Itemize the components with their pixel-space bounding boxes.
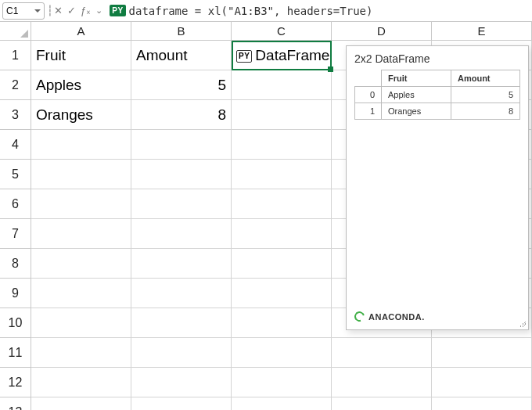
- row-header-1[interactable]: 1: [0, 41, 31, 70]
- row-header-9[interactable]: 9: [0, 279, 31, 308]
- cell-C8[interactable]: [232, 249, 332, 279]
- cell-C9[interactable]: [232, 279, 332, 308]
- cell-C1-text: DataFrame: [255, 47, 329, 63]
- cell-D11[interactable]: [332, 338, 432, 368]
- cell-A12[interactable]: [31, 368, 131, 397]
- df-cell: Oranges: [382, 103, 451, 120]
- cell-D13[interactable]: [332, 397, 432, 410]
- row-header-8[interactable]: 8: [0, 249, 31, 279]
- row-header-12[interactable]: 12: [0, 368, 31, 397]
- row-header-10[interactable]: 10: [0, 308, 31, 338]
- resize-grip-icon[interactable]: [518, 319, 526, 327]
- cell-B8[interactable]: [131, 249, 232, 279]
- col-header-E[interactable]: E: [432, 22, 532, 41]
- formula-bar: C1 ┆ ✕ ✓ ƒₓ ⌄ PY dataframe = xl("A1:B3",…: [0, 0, 532, 22]
- cell-C5[interactable]: [232, 160, 332, 189]
- anaconda-brand: ANACONDA.: [354, 311, 425, 322]
- anaconda-logo-icon: [353, 310, 367, 324]
- cancel-icon[interactable]: ✕: [52, 5, 65, 16]
- df-cell: 8: [451, 103, 519, 120]
- cell-A1[interactable]: Fruit: [31, 41, 131, 70]
- cell-B12[interactable]: [131, 368, 232, 397]
- cell-C13[interactable]: [232, 397, 332, 410]
- row-header-2[interactable]: 2: [0, 70, 31, 100]
- cell-C11[interactable]: [232, 338, 332, 368]
- cell-A5[interactable]: [31, 160, 131, 189]
- popover-title: 2x2 DataFrame: [347, 46, 528, 70]
- df-index-header: [355, 70, 382, 87]
- table-row: 0 Apples 5: [355, 87, 520, 103]
- cell-D12[interactable]: [332, 368, 432, 397]
- row-header-5[interactable]: 5: [0, 160, 31, 189]
- cell-A3[interactable]: Oranges: [31, 100, 131, 130]
- cell-C10[interactable]: [232, 308, 332, 338]
- cell-C6[interactable]: [232, 189, 332, 219]
- cell-B1[interactable]: Amount: [131, 41, 232, 70]
- cell-A7[interactable]: [31, 219, 131, 249]
- df-col-fruit: Fruit: [382, 70, 451, 87]
- cell-C3[interactable]: [232, 100, 332, 130]
- column-headers: A B C D E: [31, 22, 532, 41]
- df-idx-0: 0: [355, 87, 382, 103]
- cell-C4[interactable]: [232, 130, 332, 160]
- anaconda-text: ANACONDA.: [368, 312, 425, 322]
- cell-B2[interactable]: 5: [131, 70, 232, 100]
- cell-B6[interactable]: [131, 189, 232, 219]
- formula-input[interactable]: dataframe = xl("A1:B3", headers=True): [129, 5, 373, 17]
- cell-B7[interactable]: [131, 219, 232, 249]
- dataframe-table: Fruit Amount 0 Apples 5 1 Oranges 8: [354, 70, 520, 120]
- cell-E13[interactable]: [432, 397, 532, 410]
- row-header-4[interactable]: 4: [0, 130, 31, 160]
- cell-B9[interactable]: [131, 279, 232, 308]
- select-all-corner[interactable]: [0, 22, 31, 41]
- cell-C1[interactable]: PYDataFrame: [232, 41, 332, 70]
- cell-B3[interactable]: 8: [131, 100, 232, 130]
- cell-B4[interactable]: [131, 130, 232, 160]
- df-idx-1: 1: [355, 103, 382, 120]
- cell-B13[interactable]: [131, 397, 232, 410]
- row-header-7[interactable]: 7: [0, 219, 31, 249]
- cell-E11[interactable]: [432, 338, 532, 368]
- cell-B10[interactable]: [131, 308, 232, 338]
- cell-A2[interactable]: Apples: [31, 70, 131, 100]
- cell-E12[interactable]: [432, 368, 532, 397]
- python-cell-icon: PY: [236, 50, 252, 63]
- row-header-11[interactable]: 11: [0, 338, 31, 368]
- row-header-3[interactable]: 3: [0, 100, 31, 130]
- cell-C7[interactable]: [232, 219, 332, 249]
- cell-B5[interactable]: [131, 160, 232, 189]
- cell-B11[interactable]: [131, 338, 232, 368]
- py-dropdown-caret-icon[interactable]: ⌄: [93, 5, 105, 16]
- col-header-C[interactable]: C: [232, 22, 332, 41]
- table-row: 1 Oranges 8: [355, 103, 520, 120]
- fx-icon[interactable]: ƒₓ: [78, 5, 93, 16]
- cell-A13[interactable]: [31, 397, 131, 410]
- col-header-B[interactable]: B: [131, 22, 232, 41]
- cell-A9[interactable]: [31, 279, 131, 308]
- cell-A11[interactable]: [31, 338, 131, 368]
- cell-A6[interactable]: [31, 189, 131, 219]
- name-box-ref: C1: [6, 5, 18, 16]
- df-cell: 5: [451, 87, 519, 103]
- df-col-amount: Amount: [451, 70, 519, 87]
- cell-C12[interactable]: [232, 368, 332, 397]
- df-cell: Apples: [382, 87, 451, 103]
- dataframe-preview-popover: 2x2 DataFrame Fruit Amount 0 Apples 5 1 …: [346, 45, 529, 330]
- cell-A4[interactable]: [31, 130, 131, 160]
- row-header-6[interactable]: 6: [0, 189, 31, 219]
- row-header-13[interactable]: 13: [0, 397, 31, 410]
- cell-C2[interactable]: [232, 70, 332, 100]
- chevron-down-icon: [34, 9, 41, 13]
- col-header-D[interactable]: D: [332, 22, 432, 41]
- spreadsheet-grid: A B C D E 1 2 3 4 5 6 7 8 9 10 11 12 13 …: [0, 22, 532, 410]
- col-header-A[interactable]: A: [31, 22, 131, 41]
- cell-A8[interactable]: [31, 249, 131, 279]
- name-box[interactable]: C1: [2, 2, 45, 20]
- row-headers: 1 2 3 4 5 6 7 8 9 10 11 12 13: [0, 41, 31, 410]
- python-badge: PY: [110, 5, 125, 16]
- accept-icon[interactable]: ✓: [65, 5, 78, 16]
- cell-A10[interactable]: [31, 308, 131, 338]
